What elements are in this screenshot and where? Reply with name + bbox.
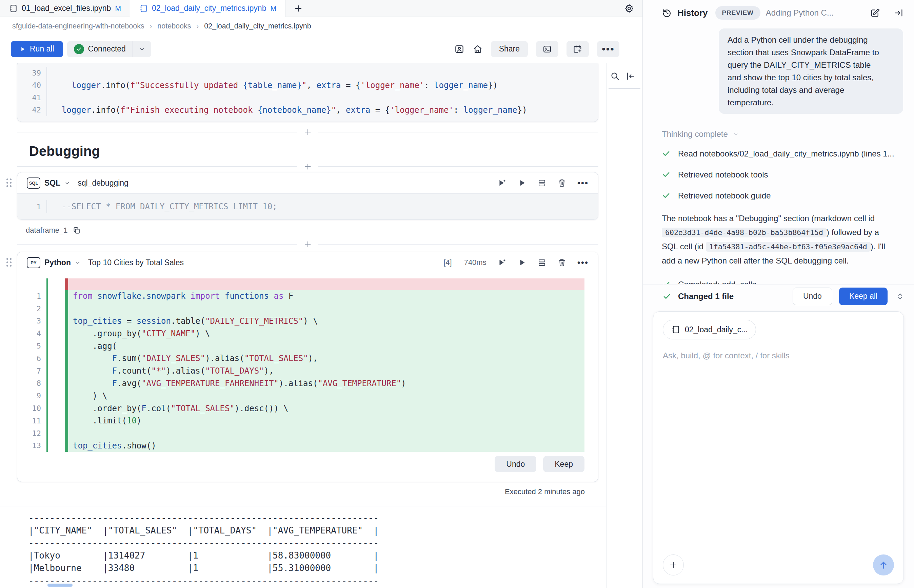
add-cell-plus-icon[interactable]	[303, 162, 312, 171]
collapse-panel-left-icon[interactable]	[626, 71, 636, 81]
connection-status: Connected	[67, 41, 133, 57]
add-cell-divider	[17, 127, 598, 137]
check-icon	[662, 280, 671, 284]
new-tab-button[interactable]	[285, 0, 311, 16]
outline-gutter	[606, 63, 642, 588]
settings-gear-icon[interactable]	[616, 0, 642, 16]
scrolled-code-cell[interactable]: 3940 logger.info(f"Successfully updated …	[17, 63, 598, 122]
language-dropdown-chevron-icon[interactable]	[75, 260, 81, 265]
notebook-toolbar: Run all Connected	[0, 35, 642, 63]
python-cell-title[interactable]: Top 10 Cities by Total Sales	[88, 258, 184, 267]
notebook-icon	[671, 325, 680, 334]
connection-status-control[interactable]: Connected	[67, 41, 151, 57]
notebook-icon	[139, 4, 148, 13]
undo-all-button[interactable]: Undo	[792, 288, 832, 305]
step-item: Read notebooks/02_load_daily_city_metric…	[662, 149, 903, 159]
assistant-header: History PREVIEW Adding Python C...	[643, 0, 914, 26]
changed-files-bar: Changed 1 file Undo Keep all	[643, 284, 914, 308]
python-cell-header: PY Python Top 10 Cities by Total Sales […	[17, 252, 598, 273]
tab-02-load-daily-city-metrics[interactable]: 02_load_daily_city_metrics.ipynb M	[130, 0, 285, 17]
add-cell-plus-icon[interactable]	[303, 128, 312, 137]
chat-composer[interactable]: 02_load_daily_c... Ask, build, @ for con…	[653, 311, 904, 584]
modified-badge: M	[115, 5, 121, 13]
execution-time: 740ms	[464, 258, 486, 267]
execution-count: [4]	[444, 258, 452, 267]
run-cell-play-icon[interactable]	[518, 258, 527, 267]
split-cell-icon[interactable]	[537, 258, 546, 267]
notebook-editor-pane: 01_load_excel_files.ipynb M 02_load_dail…	[0, 0, 643, 588]
more-actions-button[interactable]: •••	[597, 41, 619, 57]
python-cell-editor[interactable]: 1from snowflake.snowpark import function…	[17, 273, 598, 481]
breadcrumb-chevron-icon: ›	[150, 23, 152, 30]
toolbar-right-actions: Share •••	[454, 41, 619, 57]
new-chat-edit-icon[interactable]	[870, 8, 880, 18]
connection-dropdown-chevron-icon[interactable]	[133, 41, 151, 57]
attach-plus-button[interactable]	[663, 554, 684, 575]
notebook-icon	[9, 4, 18, 13]
preview-badge: PREVIEW	[715, 6, 760, 19]
dataframe-name[interactable]: dataframe_1	[26, 226, 68, 235]
split-cell-icon[interactable]	[537, 179, 546, 187]
run-with-ai-sparkle-play-icon[interactable]	[498, 258, 507, 267]
assistant-message-1: The notebook has a "Debugging" section (…	[662, 212, 903, 268]
check-icon	[662, 191, 671, 200]
send-button[interactable]	[873, 554, 894, 575]
add-cell-plus-icon[interactable]	[303, 240, 312, 249]
output-divider	[0, 506, 606, 506]
copy-icon[interactable]	[73, 226, 81, 234]
notebook-content-row: 3940 logger.info(f"Successfully updated …	[0, 63, 642, 588]
history-icon[interactable]	[662, 8, 672, 18]
sql-language-badge-icon: SQL	[27, 178, 41, 189]
collapse-panel-right-icon[interactable]	[894, 8, 904, 18]
breadcrumb-chevron-icon: ›	[197, 23, 199, 30]
horizontal-scrollbar[interactable]	[47, 583, 73, 586]
conversation-area: Add a Python cell under the debuggingsec…	[643, 26, 914, 284]
breadcrumb: sfguide-data-engineering-with-notebooks …	[0, 17, 642, 35]
keep-diff-button[interactable]: Keep	[543, 456, 585, 472]
home-icon[interactable]	[473, 44, 483, 54]
add-cell-divider	[17, 239, 598, 250]
diff-deleted-row	[17, 278, 598, 290]
terminal-button[interactable]	[536, 41, 558, 57]
thinking-complete-toggle[interactable]: Thinking complete	[662, 129, 903, 139]
schedule-calendar-plus-button[interactable]	[567, 41, 589, 57]
drag-handle-icon[interactable]	[6, 258, 11, 267]
user-message-bubble: Add a Python cell under the debuggingsec…	[719, 29, 903, 114]
language-dropdown-chevron-icon[interactable]	[65, 180, 70, 186]
sql-cell-header: SQL SQL sql_debugging •••	[17, 173, 598, 194]
check-icon	[662, 170, 671, 179]
step-list-add: Completed: add_cellsCompleted: set_selec…	[662, 279, 903, 284]
breadcrumb-folder[interactable]: notebooks	[157, 22, 191, 31]
python-language-label: Python	[44, 258, 71, 267]
sql-cell-name[interactable]: sql_debugging	[78, 179, 128, 187]
run-with-ai-sparkle-play-icon[interactable]	[498, 178, 507, 187]
undo-diff-button[interactable]: Undo	[494, 456, 536, 472]
delete-cell-trash-icon[interactable]	[557, 258, 567, 267]
keep-all-button[interactable]: Keep all	[839, 288, 888, 305]
check-icon	[662, 149, 671, 158]
step-item: Retrieved notebook guide	[662, 191, 903, 201]
sql-cell: SQL SQL sql_debugging ••• 1 --SELECT * F…	[17, 172, 598, 220]
search-icon[interactable]	[610, 71, 620, 81]
step-item: Completed: add_cells	[662, 279, 903, 284]
sql-cell-editor[interactable]: 1 --SELECT * FROM DAILY_CITY_METRICS LIM…	[17, 194, 598, 220]
app-window: 01_load_excel_files.ipynb M 02_load_dail…	[0, 0, 914, 588]
share-button[interactable]: Share	[491, 41, 528, 57]
tab-01-load-excel-files[interactable]: 01_load_excel_files.ipynb M	[0, 0, 130, 16]
run-cell-play-icon[interactable]	[518, 179, 527, 187]
context-file-chip[interactable]: 02_load_daily_c...	[663, 320, 756, 339]
diff-actions: Undo Keep	[17, 452, 598, 478]
composer-input[interactable]: Ask, build, @ for context, / for skills	[663, 351, 894, 360]
profile-badge-icon[interactable]	[454, 44, 465, 54]
breadcrumb-project[interactable]: sfguide-data-engineering-with-notebooks	[12, 22, 144, 31]
expand-collapse-chevrons-icon[interactable]	[896, 292, 904, 301]
dataframe-reference: dataframe_1	[26, 225, 606, 236]
history-label: History	[677, 8, 708, 18]
cell-output-table: ----------------------------------------…	[29, 512, 606, 587]
assistant-panel: History PREVIEW Adding Python C... Add a…	[643, 0, 914, 588]
drag-handle-icon[interactable]	[6, 179, 11, 187]
gutter-divider	[609, 88, 640, 89]
breadcrumb-current-file: 02_load_daily_city_metrics.ipynb	[204, 22, 311, 31]
run-all-button[interactable]: Run all	[11, 41, 63, 57]
delete-cell-trash-icon[interactable]	[557, 179, 567, 187]
